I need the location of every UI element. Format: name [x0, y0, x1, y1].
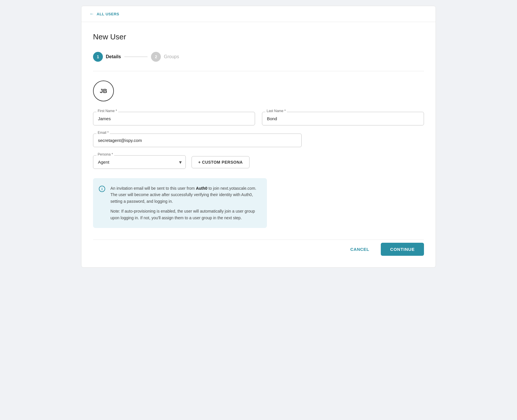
email-row: Email * — [93, 134, 424, 147]
info-text-2: Note: If auto-provisioning is enabled, t… — [110, 208, 260, 221]
stepper: 1 Details 2 Groups — [93, 52, 424, 62]
email-input[interactable] — [93, 134, 302, 147]
persona-select[interactable]: Agent Admin Viewer — [93, 155, 186, 169]
info-text-1: An invitation email will be sent to this… — [110, 185, 260, 204]
step-1: 1 Details — [93, 52, 121, 62]
name-row: First Name * Last Name * — [93, 112, 424, 125]
info-icon: i — [99, 186, 105, 192]
step-1-label: Details — [106, 54, 121, 59]
back-label: ALL USERS — [97, 12, 119, 16]
persona-select-wrapper: Persona * Agent Admin Viewer ▾ — [93, 155, 186, 169]
last-name-input[interactable] — [262, 112, 424, 125]
step-connector — [124, 56, 148, 57]
page-wrapper: ← ALL USERS New User 1 Details 2 Groups … — [81, 6, 436, 268]
top-nav: ← ALL USERS — [81, 6, 436, 22]
back-arrow-icon: ← — [90, 11, 94, 17]
avatar: JB — [93, 81, 114, 101]
step-1-circle: 1 — [93, 52, 103, 62]
step-2-circle: 2 — [151, 52, 161, 62]
info-box: i An invitation email will be sent to th… — [93, 178, 267, 228]
continue-button[interactable]: CONTINUE — [381, 243, 424, 256]
custom-persona-button[interactable]: + CUSTOM PERSONA — [192, 156, 250, 168]
cancel-button[interactable]: CANCEL — [342, 243, 378, 256]
first-name-group: First Name * — [93, 112, 255, 125]
last-name-group: Last Name * — [262, 112, 424, 125]
section-divider — [93, 71, 424, 71]
back-link[interactable]: ← ALL USERS — [90, 11, 427, 17]
persona-label: Persona * — [97, 152, 114, 156]
email-label: Email * — [97, 131, 110, 135]
email-group: Email * — [93, 134, 302, 147]
persona-row: Persona * Agent Admin Viewer ▾ + CUSTOM … — [93, 155, 424, 169]
first-name-input[interactable] — [93, 112, 255, 125]
first-name-label: First Name * — [97, 109, 118, 113]
main-content: New User 1 Details 2 Groups JB First Nam… — [81, 22, 436, 267]
page-title: New User — [93, 32, 424, 41]
last-name-label: Last Name * — [265, 109, 287, 113]
step-2: 2 Groups — [151, 52, 179, 62]
step-2-label: Groups — [164, 54, 179, 59]
action-bar: CANCEL CONTINUE — [93, 240, 424, 256]
